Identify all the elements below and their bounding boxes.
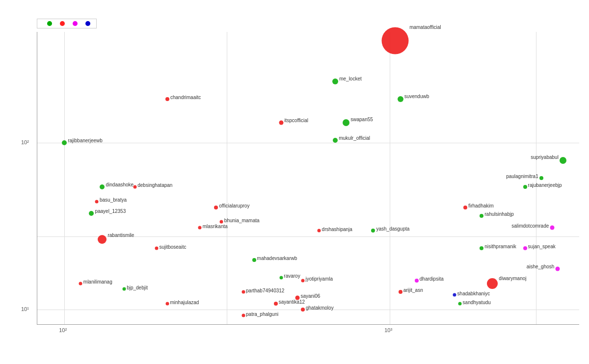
label-mlasrikanta: mlasrikanta xyxy=(203,223,228,229)
dot-rahulsinhabjp xyxy=(480,214,483,218)
label-itspcofficial: itspcofficial xyxy=(284,118,308,123)
dot-sayantika12 xyxy=(274,302,278,306)
y-tick-10¹: 10¹ xyxy=(21,306,29,312)
label-basu_bratya: basu_bratya xyxy=(100,197,127,203)
dot-officialaruproy xyxy=(214,206,218,209)
label-aishe_ghosh: aishe_ghosh xyxy=(527,264,555,269)
dot-dindaashoke xyxy=(100,184,105,189)
dot-itspcofficial xyxy=(279,120,283,125)
dot-minhajulazad xyxy=(165,302,169,306)
label-ravaroy: ravaroy xyxy=(284,273,300,279)
label-suvenduwb: suvenduwb xyxy=(404,94,429,99)
label-officialaruproy: officialaruproy xyxy=(219,203,249,208)
dot-nisithpramanik xyxy=(480,246,483,250)
dot-rabantismile xyxy=(98,235,107,244)
label-bjp_debjit: bjp_debjit xyxy=(127,285,148,290)
dot-sujitboseaitc xyxy=(155,247,158,250)
dot-debsinghatapan xyxy=(133,185,136,188)
dot-mlasrikanta xyxy=(198,226,202,230)
dot-supriyababul xyxy=(560,157,566,164)
label-sujan_speak: sujan_speak xyxy=(528,244,556,249)
dot-yash_dasgupta xyxy=(371,229,375,233)
chart-container: mamataofficialme_locketchandrimaaitcsuve… xyxy=(0,0,589,364)
label-rahulsinhabjp: rahulsinhabjp xyxy=(484,211,514,217)
label-parthab74940312: parthab74940312 xyxy=(246,287,284,293)
dot-swapan55 xyxy=(343,119,349,126)
label-chandrimaaitc: chandrimaaitc xyxy=(170,95,201,100)
aitc-dot xyxy=(60,21,65,26)
label-arijit_asn: arijit_asn xyxy=(403,287,423,293)
label-dhardipsita: dhardipsita xyxy=(420,276,444,281)
dot-diwarymanoj xyxy=(487,278,498,289)
label-rajibbanerjeewb: rajibbanerjeewb xyxy=(68,138,103,143)
label-paayel_12353: paayel_12353 xyxy=(95,208,126,213)
label-yash_dasgupta: yash_dasgupta xyxy=(376,226,409,232)
dot-mamataofficial xyxy=(381,27,408,54)
label-bhunia_mamata: bhunia_mamata xyxy=(224,217,260,223)
dot-aishe_ghosh xyxy=(555,266,560,271)
label-diwarymanoj: diwarymanoj xyxy=(499,275,526,281)
x-tick-10²: 10² xyxy=(59,327,67,333)
dot-paulagnimitra1 xyxy=(539,176,543,180)
label-sandhyatudu: sandhyatudu xyxy=(463,299,491,305)
legend xyxy=(37,19,97,28)
dot-jyotipriyamla xyxy=(301,279,304,282)
legend-item-inc xyxy=(85,21,92,26)
dot-drshashipanja xyxy=(318,229,321,233)
label-sayani06: sayani06 xyxy=(300,293,320,298)
label-shadabkhaniyc: shadabkhaniyc xyxy=(457,290,490,296)
legend-item-aitc xyxy=(60,21,67,26)
dot-sujan_speak xyxy=(523,246,527,250)
label-firhadhakim: firhadhakim xyxy=(468,203,494,208)
bjp-dot xyxy=(47,21,52,26)
label-mukulr_official: mukulr_official xyxy=(339,135,370,140)
inc-dot xyxy=(85,21,90,26)
dot-sandhyatudu xyxy=(458,302,462,306)
y-tick-10²: 10² xyxy=(21,139,29,145)
dot-paayel_12353 xyxy=(89,211,94,216)
label-sayantika12: sayantika12 xyxy=(279,299,305,305)
x-tick-10³: 10³ xyxy=(384,327,392,333)
label-supriyababul: supriyababul xyxy=(531,155,559,160)
plot-area: mamataofficialme_locketchandrimaaitcsuve… xyxy=(37,32,579,325)
label-dindaashoke: dindaashoke xyxy=(106,182,134,187)
label-minhajulazad: minhajulazad xyxy=(170,299,199,305)
dot-dhardipsita xyxy=(415,279,419,283)
dot-ravaroy xyxy=(279,276,283,279)
label-ghatakmoloy: ghatakmoloy xyxy=(306,305,334,311)
dot-firhadhakim xyxy=(463,206,467,209)
label-me_locket: me_locket xyxy=(339,76,362,81)
dot-ghatakmoloy xyxy=(301,308,305,312)
legend-item-bjp xyxy=(47,21,54,26)
label-debsinghatapan: debsinghatapan xyxy=(137,182,172,188)
dot-mlanilimanag xyxy=(79,282,82,285)
legend-item-cpim xyxy=(73,21,80,26)
dot-bjp_debjit xyxy=(122,287,126,291)
label-rabantismile: rabantismile xyxy=(107,233,134,238)
label-sujitboseaitc: sujitboseaitc xyxy=(159,244,186,249)
dot-basu_bratya xyxy=(95,200,99,203)
dot-rajibbanerjeewb xyxy=(62,140,67,145)
dot-arijit_asn xyxy=(399,290,402,294)
label-swapan55: swapan55 xyxy=(350,116,373,122)
label-drshashipanja: drshashipanja xyxy=(322,226,352,232)
dot-me_locket xyxy=(332,78,338,84)
label-mamataofficial: mamataofficial xyxy=(409,25,441,30)
label-patra_phalguni: patra_phalguni xyxy=(246,311,278,316)
dot-mahadevsarkarwb xyxy=(252,258,256,262)
label-mlanilimanag: mlanilimanag xyxy=(83,279,112,285)
label-mahadevsarkarwb: mahadevsarkarwb xyxy=(257,255,297,260)
label-salimdotcomrade: salimdotcomrade xyxy=(511,223,549,228)
dot-salimdotcomrade xyxy=(550,226,554,230)
chart-title xyxy=(0,0,589,5)
dot-parthab74940312 xyxy=(241,290,245,294)
dot-patra_phalguni xyxy=(241,314,245,317)
label-jyotipriyamla: jyotipriyamla xyxy=(305,276,333,282)
dot-suvenduwb xyxy=(398,96,403,102)
label-nisithpramanik: nisithpramanik xyxy=(484,244,516,249)
cpim-dot xyxy=(73,21,78,26)
dot-shadabkhaniyc xyxy=(453,293,456,297)
label-rajubanerjeebjp: rajubanerjeebjp xyxy=(528,182,562,187)
dot-mukulr_official xyxy=(333,138,338,143)
dot-chandrimaaitc xyxy=(165,97,169,101)
